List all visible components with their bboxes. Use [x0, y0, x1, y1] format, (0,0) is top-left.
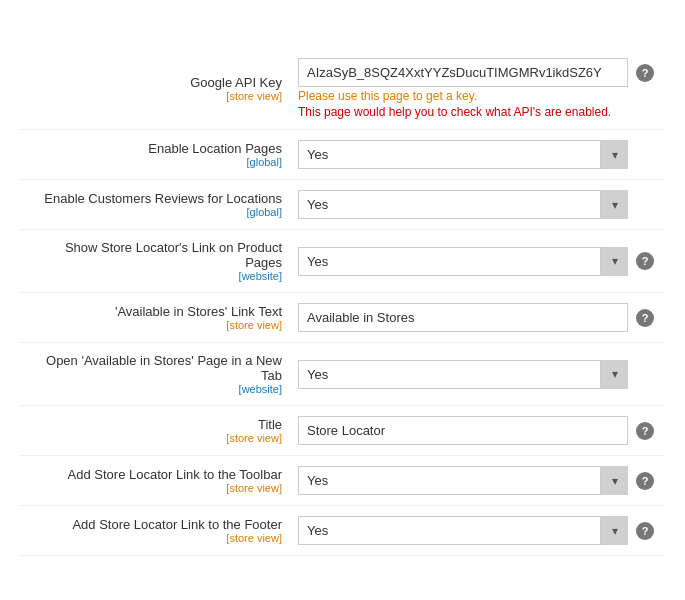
field-label-title: Title — [28, 417, 282, 432]
input-cell-enable-location-pages: YesNo — [290, 130, 665, 180]
label-cell-enable-location-pages: Enable Location Pages[global] — [20, 130, 290, 180]
field-scope-open-available-in-stores-new-tab: [website] — [28, 383, 282, 395]
input-cell-title: ? — [290, 406, 665, 456]
input-cell-available-in-stores-link-text: ? — [290, 293, 665, 343]
help-icon-show-store-locator-link[interactable]: ? — [636, 252, 654, 270]
hint-text: This page would help you to check what A… — [298, 105, 657, 119]
select-show-store-locator-link[interactable]: YesNo — [298, 247, 628, 276]
field-scope-add-store-locator-toolbar: [store view] — [28, 482, 282, 494]
text-input-available-in-stores-link-text[interactable] — [298, 303, 628, 332]
field-scope-show-store-locator-link: [website] — [28, 270, 282, 282]
select-add-store-locator-toolbar[interactable]: YesNo — [298, 466, 628, 495]
select-open-available-in-stores-new-tab[interactable]: YesNo — [298, 360, 628, 389]
field-scope-enable-customers-reviews: [global] — [28, 206, 282, 218]
help-icon-title[interactable]: ? — [636, 422, 654, 440]
field-scope-add-store-locator-footer: [store view] — [28, 532, 282, 544]
input-cell-google-api-key: ?Please use this page to get a key.This … — [290, 48, 665, 130]
field-label-enable-location-pages: Enable Location Pages — [28, 141, 282, 156]
field-label-enable-customers-reviews: Enable Customers Reviews for Locations — [28, 191, 282, 206]
help-icon-add-store-locator-toolbar[interactable]: ? — [636, 472, 654, 490]
label-cell-google-api-key: Google API Key[store view] — [20, 48, 290, 130]
field-label-google-api-key: Google API Key — [28, 75, 282, 90]
field-row-add-store-locator-footer: Add Store Locator Link to the Footer[sto… — [20, 506, 665, 556]
field-label-available-in-stores-link-text: 'Available in Stores' Link Text — [28, 304, 282, 319]
field-row-enable-location-pages: Enable Location Pages[global]YesNo — [20, 130, 665, 180]
label-cell-add-store-locator-footer: Add Store Locator Link to the Footer[sto… — [20, 506, 290, 556]
label-cell-enable-customers-reviews: Enable Customers Reviews for Locations[g… — [20, 180, 290, 230]
select-add-store-locator-footer[interactable]: YesNo — [298, 516, 628, 545]
select-enable-customers-reviews[interactable]: YesNo — [298, 190, 628, 219]
label-cell-show-store-locator-link: Show Store Locator's Link on Product Pag… — [20, 230, 290, 293]
text-input-title[interactable] — [298, 416, 628, 445]
input-cell-open-available-in-stores-new-tab: YesNo — [290, 343, 665, 406]
select-enable-location-pages[interactable]: YesNo — [298, 140, 628, 169]
label-cell-available-in-stores-link-text: 'Available in Stores' Link Text[store vi… — [20, 293, 290, 343]
help-icon-available-in-stores-link-text[interactable]: ? — [636, 309, 654, 327]
field-row-google-api-key: Google API Key[store view]?Please use th… — [20, 48, 665, 130]
field-row-show-store-locator-link: Show Store Locator's Link on Product Pag… — [20, 230, 665, 293]
field-row-available-in-stores-link-text: 'Available in Stores' Link Text[store vi… — [20, 293, 665, 343]
field-scope-title: [store view] — [28, 432, 282, 444]
help-icon-google-api-key[interactable]: ? — [636, 64, 654, 82]
field-row-add-store-locator-toolbar: Add Store Locator Link to the Toolbar[st… — [20, 456, 665, 506]
section-title — [20, 20, 665, 28]
field-label-open-available-in-stores-new-tab: Open 'Available in Stores' Page in a New… — [28, 353, 282, 383]
text-input-google-api-key[interactable] — [298, 58, 628, 87]
label-cell-add-store-locator-toolbar: Add Store Locator Link to the Toolbar[st… — [20, 456, 290, 506]
field-scope-enable-location-pages: [global] — [28, 156, 282, 168]
input-cell-add-store-locator-toolbar: YesNo? — [290, 456, 665, 506]
field-row-title: Title[store view]? — [20, 406, 665, 456]
input-cell-enable-customers-reviews: YesNo — [290, 180, 665, 230]
field-scope-google-api-key: [store view] — [28, 90, 282, 102]
settings-form: Google API Key[store view]?Please use th… — [20, 48, 665, 556]
field-row-open-available-in-stores-new-tab: Open 'Available in Stores' Page in a New… — [20, 343, 665, 406]
field-label-add-store-locator-toolbar: Add Store Locator Link to the Toolbar — [28, 467, 282, 482]
field-row-enable-customers-reviews: Enable Customers Reviews for Locations[g… — [20, 180, 665, 230]
field-scope-available-in-stores-link-text: [store view] — [28, 319, 282, 331]
help-icon-add-store-locator-footer[interactable]: ? — [636, 522, 654, 540]
field-label-show-store-locator-link: Show Store Locator's Link on Product Pag… — [28, 240, 282, 270]
label-cell-title: Title[store view] — [20, 406, 290, 456]
label-cell-open-available-in-stores-new-tab: Open 'Available in Stores' Page in a New… — [20, 343, 290, 406]
input-cell-show-store-locator-link: YesNo? — [290, 230, 665, 293]
input-cell-add-store-locator-footer: YesNo? — [290, 506, 665, 556]
hint-text: Please use this page to get a key. — [298, 89, 657, 103]
field-label-add-store-locator-footer: Add Store Locator Link to the Footer — [28, 517, 282, 532]
